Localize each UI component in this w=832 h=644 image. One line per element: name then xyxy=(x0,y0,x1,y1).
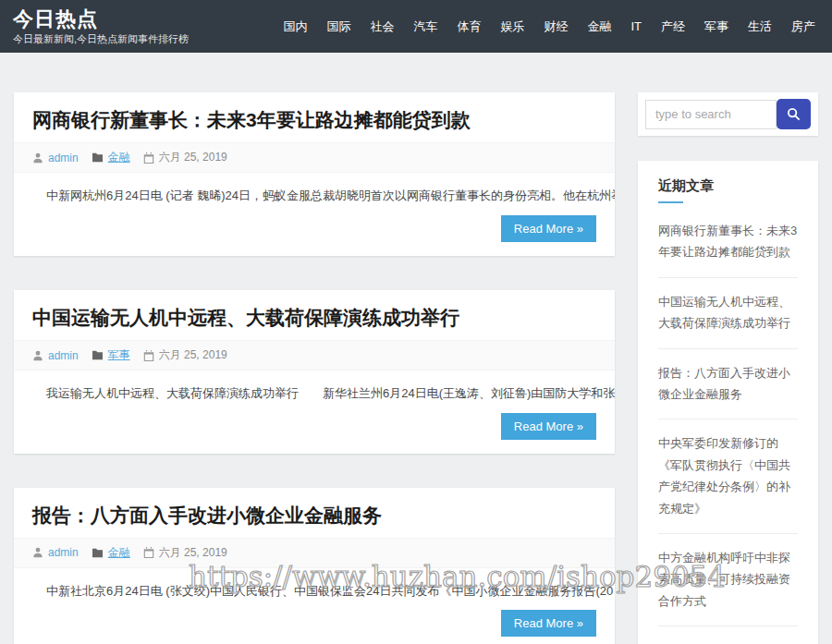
article-date: 六月 25, 2019 xyxy=(159,150,227,165)
article-card: 报告：八方面入手改进小微企业金融服务 admin 金融 六月 25, 2019 … xyxy=(14,488,615,644)
article-card: 中国运输无人机中远程、大载荷保障演练成功举行 admin 军事 六月 25, 2… xyxy=(14,290,615,454)
nav-item-sports[interactable]: 体育 xyxy=(457,18,481,35)
site-header: 今日热点 今日最新新闻,今日热点新闻事件排行榜 国内 国际 社会 汽车 体育 娱… xyxy=(0,0,832,53)
article-excerpt: 我运输无人机中远程、大载荷保障演练成功举行 新华社兰州6月24日电(王逸涛、刘征… xyxy=(14,371,615,403)
article-meta: admin 军事 六月 25, 2019 xyxy=(14,340,615,371)
calendar-icon xyxy=(143,350,154,361)
article-author-link[interactable]: admin xyxy=(48,546,79,559)
nav-item-it[interactable]: IT xyxy=(630,19,642,33)
site-tagline: 今日最新新闻,今日热点新闻事件排行榜 xyxy=(13,33,189,44)
article-author-link[interactable]: admin xyxy=(48,349,79,362)
read-more-button[interactable]: Read More » xyxy=(501,215,596,242)
article-category-link[interactable]: 金融 xyxy=(108,545,130,561)
article-author-link[interactable]: admin xyxy=(48,152,79,164)
calendar-icon xyxy=(143,547,154,558)
search-icon xyxy=(787,107,801,121)
page-wrap: 网商银行新董事长：未来3年要让路边摊都能贷到款 admin 金融 六月 25, … xyxy=(0,53,832,644)
article-card: 网商银行新董事长：未来3年要让路边摊都能贷到款 admin 金融 六月 25, … xyxy=(14,92,615,256)
widget-title-underline xyxy=(658,201,683,203)
recent-posts-title: 近期文章 xyxy=(658,177,798,195)
recent-post-link[interactable]: 网商银行新董事长：未来3年要让路边摊都能贷到款 xyxy=(658,207,798,278)
recent-post-link[interactable]: 报告：八方面入手改进小微企业金融服务 xyxy=(658,349,798,420)
user-icon xyxy=(32,350,43,361)
nav-item-industry[interactable]: 产经 xyxy=(661,18,685,35)
search-input[interactable] xyxy=(645,100,777,129)
nav-item-auto[interactable]: 汽车 xyxy=(413,18,437,35)
nav-item-life[interactable]: 生活 xyxy=(748,18,772,35)
recent-posts-widget: 近期文章 网商银行新董事长：未来3年要让路边摊都能贷到款 中国运输无人机中远程、… xyxy=(638,161,818,644)
user-icon xyxy=(32,152,43,164)
recent-post-link[interactable]: 中方金融机构呼吁中非探索高质量、可持续投融资合作方式 xyxy=(658,534,798,626)
article-meta: admin 金融 六月 25, 2019 xyxy=(14,142,615,173)
nav-item-society[interactable]: 社会 xyxy=(370,18,394,35)
article-excerpt: 中新网杭州6月24日电 (记者 魏晞)24日，蚂蚁金服总裁胡晓明首次以网商银行董… xyxy=(14,173,615,205)
article-meta: admin 金融 六月 25, 2019 xyxy=(14,538,615,568)
nav-item-international[interactable]: 国际 xyxy=(326,18,350,35)
calendar-icon xyxy=(143,152,154,164)
nav-item-entertainment[interactable]: 娱乐 xyxy=(500,18,524,35)
article-date: 六月 25, 2019 xyxy=(159,545,227,561)
nav-item-economy[interactable]: 财经 xyxy=(544,18,568,35)
nav-item-military[interactable]: 军事 xyxy=(704,18,728,35)
main-nav: 国内 国际 社会 汽车 体育 娱乐 财经 金融 IT 产经 军事 生活 房产 xyxy=(283,18,815,35)
folder-icon xyxy=(92,152,104,163)
article-category-link[interactable]: 军事 xyxy=(108,347,130,363)
recent-post-link[interactable]: 中央军委印发新修订的《军队贯彻执行〈中国共产党纪律处分条例〉的补充规定》 xyxy=(658,419,798,534)
recent-post-link[interactable]: “魔鬼周”极限训练：特战队员开展山林地捕歼战斗 xyxy=(658,626,798,644)
recent-post-link[interactable]: 中国运输无人机中远程、大载荷保障演练成功举行 xyxy=(658,278,798,349)
article-title-link[interactable]: 网商银行新董事长：未来3年要让路边摊都能贷到款 xyxy=(32,108,596,132)
folder-icon xyxy=(92,350,104,360)
site-title[interactable]: 今日热点 xyxy=(13,8,189,30)
site-logo[interactable]: 今日热点 今日最新新闻,今日热点新闻事件排行榜 xyxy=(13,8,189,44)
article-list: 网商银行新董事长：未来3年要让路边摊都能贷到款 admin 金融 六月 25, … xyxy=(14,92,615,644)
article-category-link[interactable]: 金融 xyxy=(108,150,130,165)
search-button[interactable] xyxy=(777,99,811,129)
read-more-button[interactable]: Read More » xyxy=(501,413,596,440)
article-date: 六月 25, 2019 xyxy=(159,347,227,363)
article-title-link[interactable]: 报告：八方面入手改进小微企业金融服务 xyxy=(32,504,596,528)
recent-posts-list: 网商银行新董事长：未来3年要让路边摊都能贷到款 中国运输无人机中远程、大载荷保障… xyxy=(658,207,798,644)
nav-item-realestate[interactable]: 房产 xyxy=(791,18,815,35)
article-title-link[interactable]: 中国运输无人机中远程、大载荷保障演练成功举行 xyxy=(32,306,596,330)
read-more-button[interactable]: Read More » xyxy=(501,610,596,637)
search-widget xyxy=(638,92,818,136)
nav-item-finance[interactable]: 金融 xyxy=(587,18,611,35)
sidebar: 近期文章 网商银行新董事长：未来3年要让路边摊都能贷到款 中国运输无人机中远程、… xyxy=(638,92,818,644)
folder-icon xyxy=(92,548,104,558)
article-excerpt: 中新社北京6月24日电 (张文绞)中国人民银行、中国银保监会24日共同发布《中国… xyxy=(14,568,615,601)
user-icon xyxy=(32,547,43,558)
nav-item-domestic[interactable]: 国内 xyxy=(283,18,307,35)
